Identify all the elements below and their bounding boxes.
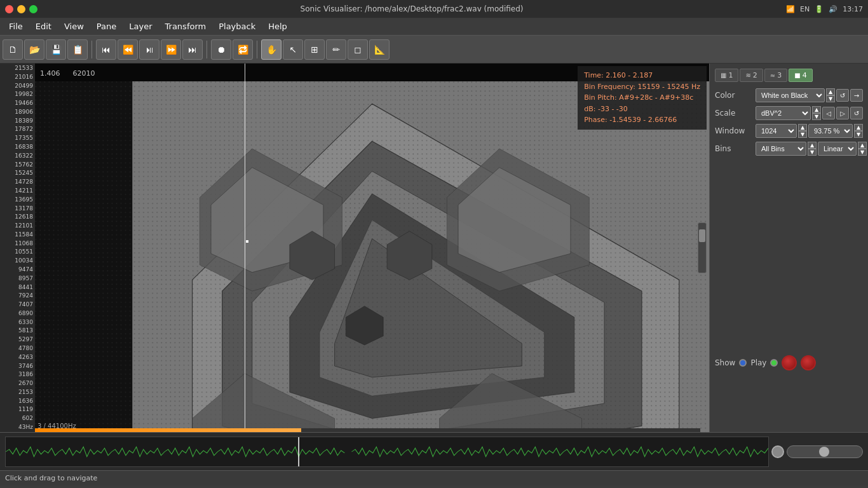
bins-mode-up[interactable]: ▲ [858, 142, 867, 149]
system-tray: 📶 EN 🔋 🔊 13:17 [786, 5, 863, 13]
bins-spin-up[interactable]: ▲ [808, 142, 817, 149]
menu-item-view[interactable]: View [58, 19, 90, 34]
scale-reset[interactable]: ↺ [850, 107, 863, 119]
menu-item-pane[interactable]: Pane [90, 19, 123, 34]
window-pct-up[interactable]: ▲ [854, 124, 863, 131]
rewind-button[interactable]: ⏮ [96, 39, 116, 60]
minimize-button[interactable] [17, 5, 25, 13]
menu-item-layer[interactable]: Layer [123, 19, 158, 34]
window-size-spin: ▲ ▼ [798, 124, 807, 138]
pane-tab-icon-3: ■ [794, 72, 800, 79]
window-size-down[interactable]: ▼ [798, 131, 807, 138]
pane-tab-2[interactable]: ≋2 [740, 69, 763, 82]
save-button[interactable]: 💾 [46, 39, 66, 60]
y-axis-label: 19982 [0, 91, 35, 98]
bins-mode-select[interactable]: Linear Log [818, 142, 857, 156]
color-label: Color [715, 91, 753, 100]
measure-button[interactable]: 📐 [369, 39, 390, 60]
volume-icon: 🔊 [829, 5, 837, 13]
save-as-button[interactable]: 📋 [67, 39, 88, 60]
playhead-cursor [245, 64, 245, 432]
scale-right[interactable]: ▷ [836, 107, 849, 119]
bins-spin-down[interactable]: ▼ [808, 149, 817, 156]
toolbar-separator [207, 41, 207, 58]
zoom-thumb[interactable] [819, 447, 829, 457]
y-axis-label: 21016 [0, 74, 35, 81]
window-size-select[interactable]: 1024 512 2048 [756, 124, 797, 138]
volume-knob-right[interactable] [801, 355, 816, 370]
menu-item-playback[interactable]: Playback [212, 19, 262, 34]
play-pause-button[interactable]: ⏯ [139, 39, 159, 60]
y-axis-label: 18389 [0, 118, 35, 125]
select-mode-button[interactable]: ✋ [261, 39, 281, 60]
scale-select[interactable]: dBV^2 dBV Linear [756, 106, 811, 120]
color-select[interactable]: White on Black Black on White Red on Blu… [756, 88, 825, 102]
color-row: Color White on Black Black on White Red … [715, 88, 863, 102]
y-axis-label: 15245 [0, 170, 35, 177]
y-axis-label: 12618 [0, 214, 35, 220]
y-axis-label: 2670 [0, 380, 35, 387]
window-controls[interactable] [5, 5, 37, 13]
waveform-display [6, 437, 768, 466]
erase-button[interactable]: ◻ [348, 39, 368, 60]
scale-left[interactable]: ◁ [822, 107, 835, 119]
volume-knob-left[interactable] [782, 355, 797, 370]
menu-item-transform[interactable]: Transform [159, 19, 213, 34]
window-size-up[interactable]: ▲ [798, 124, 807, 131]
playhead-knob[interactable] [771, 445, 784, 458]
play-label: Play [750, 358, 766, 367]
y-axis-label: 19466 [0, 100, 35, 107]
maximize-button[interactable] [29, 5, 37, 13]
clock: 13:17 [843, 5, 863, 13]
bins-mode-down[interactable]: ▼ [858, 149, 867, 156]
y-axis-label: 10034 [0, 257, 35, 264]
pane-tabs: ▦1≋2≈3■4 [715, 69, 863, 82]
fast-fwd-button[interactable]: ⏭ [182, 39, 203, 60]
zoom-slider[interactable] [787, 445, 863, 458]
new-button[interactable]: 🗋 [3, 39, 23, 60]
scale-spin-down[interactable]: ▼ [812, 113, 821, 120]
record-button[interactable]: ⏺ [211, 39, 231, 60]
color-spin-down[interactable]: ▼ [826, 95, 835, 102]
color-reset[interactable]: ↺ [836, 89, 849, 102]
spectrogram-container[interactable]: 1.406 62010 [35, 64, 709, 432]
window-pct-down[interactable]: ▼ [854, 131, 863, 138]
y-axis-label: 3746 [0, 363, 35, 370]
menu-item-file[interactable]: File [3, 19, 29, 34]
pane-tab-label-2: 3 [777, 71, 782, 79]
open-button[interactable]: 📂 [24, 39, 44, 60]
window-percent-select[interactable]: 93.75 % 75 % 50 % [808, 124, 853, 138]
y-axis-label: 14728 [0, 179, 35, 186]
scale-control: dBV^2 dBV Linear ▲ ▼ ◁ ▷ ↺ [756, 106, 863, 120]
waveform-nav[interactable] [5, 437, 769, 467]
scrollbar-thumb[interactable] [699, 229, 705, 242]
color-spin-up[interactable]: ▲ [826, 88, 835, 95]
right-panel: ▦1≋2≈3■4 Color White on Black Black on W… [709, 64, 868, 432]
pointer-button[interactable]: ↖ [283, 39, 303, 60]
y-axis-label: 17355 [0, 135, 35, 142]
color-edit[interactable]: → [850, 89, 863, 102]
pane-tab-4[interactable]: ■4 [789, 69, 812, 82]
cursor-dot [246, 240, 248, 243]
play-radio[interactable] [770, 359, 778, 367]
loop-button[interactable]: 🔁 [233, 39, 253, 60]
bottom-nav [0, 432, 868, 470]
draw-button[interactable]: ✏ [326, 39, 346, 60]
status-text: Click and drag to navigate [5, 474, 97, 482]
pane-tab-icon-2: ≈ [770, 72, 775, 79]
vertical-scrollbar[interactable] [698, 222, 707, 273]
y-axis-label: 4263 [0, 354, 35, 361]
menu-item-help[interactable]: Help [262, 19, 294, 34]
show-radio[interactable] [739, 359, 747, 367]
y-axis-label: 13178 [0, 205, 35, 212]
pane-tab-3[interactable]: ≈3 [764, 69, 787, 82]
zoom-rect-button[interactable]: ⊞ [304, 39, 325, 60]
close-button[interactable] [5, 5, 13, 13]
step-back-button[interactable]: ⏪ [118, 39, 138, 60]
menu-item-edit[interactable]: Edit [29, 19, 58, 34]
step-fwd-button[interactable]: ⏩ [161, 39, 181, 60]
scale-spin-up[interactable]: ▲ [812, 106, 821, 113]
bins-select[interactable]: All Bins Peak Bins [756, 142, 806, 156]
y-axis-label: 1636 [0, 398, 35, 405]
pane-tab-1[interactable]: ▦1 [715, 69, 738, 82]
